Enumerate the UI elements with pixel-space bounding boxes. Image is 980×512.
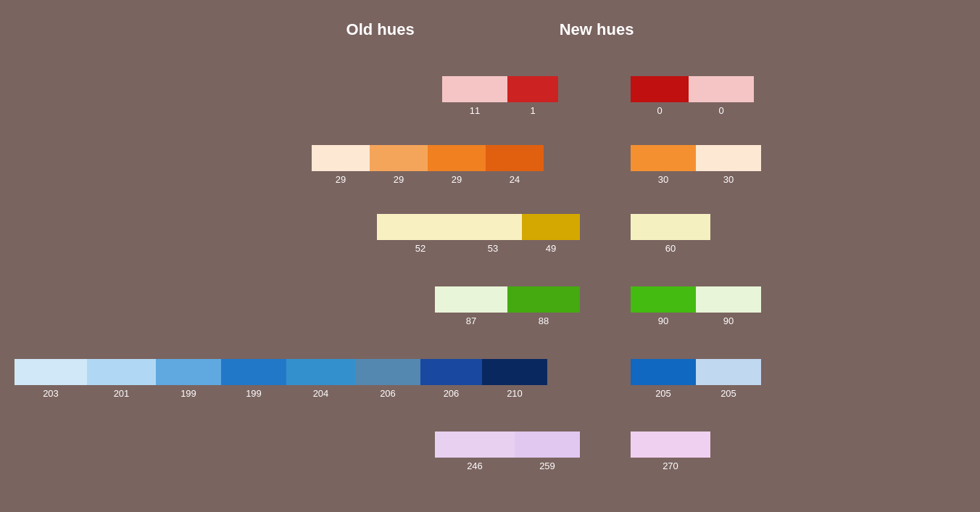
bar-label: 30 [658, 174, 668, 185]
bar-item: 1 [507, 76, 558, 116]
bar-item: 90 [631, 286, 696, 326]
color-bar [420, 359, 482, 385]
color-bar [435, 286, 507, 313]
color-bar [522, 214, 580, 240]
bar-label: 206 [380, 388, 396, 399]
bar-item: 30 [696, 145, 761, 185]
bar-label: 205 [655, 388, 671, 399]
bar-item: 201 [87, 359, 156, 399]
color-bar [507, 286, 580, 313]
color-bar [696, 286, 761, 313]
color-bar [442, 76, 507, 102]
row-blue-old: 203201199199204206206210 [14, 359, 547, 399]
bar-label: 53 [488, 243, 498, 254]
row-purple-new: 270 [631, 432, 710, 471]
color-bar [631, 214, 710, 240]
main-container: Old hues New hues 1110029292924303052534… [0, 0, 980, 512]
color-bar [355, 359, 420, 385]
bar-item: 210 [482, 359, 547, 399]
bar-label: 205 [721, 388, 736, 399]
color-bar [464, 214, 522, 240]
row-yellow-old: 525349 [377, 214, 580, 254]
color-bar [696, 359, 761, 385]
bar-label: 259 [539, 461, 555, 471]
bar-label: 246 [467, 461, 483, 471]
bar-item: 246 [435, 432, 515, 471]
bar-item: 29 [312, 145, 370, 185]
bar-item: 90 [696, 286, 761, 326]
color-bar [631, 76, 689, 102]
bar-item: 270 [631, 432, 710, 471]
row-yellow-new: 60 [631, 214, 710, 254]
bar-item: 0 [631, 76, 689, 116]
row-purple-old: 246259 [435, 432, 580, 471]
bar-item: 11 [442, 76, 507, 116]
row-orange-old: 29292924 [312, 145, 544, 185]
bar-label: 52 [415, 243, 425, 254]
bar-item: 53 [464, 214, 522, 254]
color-bar [631, 432, 710, 458]
bar-label: 203 [43, 388, 59, 399]
color-bar [14, 359, 87, 385]
bar-item: 60 [631, 214, 710, 254]
bar-label: 199 [246, 388, 262, 399]
row-green-new: 9090 [631, 286, 761, 326]
bar-item: 24 [486, 145, 544, 185]
color-bar [370, 145, 428, 171]
bar-label: 49 [546, 243, 556, 254]
bar-label: 201 [114, 388, 130, 399]
color-bar [286, 359, 355, 385]
bar-item: 259 [515, 432, 580, 471]
color-bar [435, 432, 515, 458]
color-bar [156, 359, 221, 385]
bar-item: 87 [435, 286, 507, 326]
bar-item: 204 [286, 359, 355, 399]
bar-item: 205 [631, 359, 696, 399]
bar-item: 205 [696, 359, 761, 399]
bar-item: 29 [428, 145, 486, 185]
bar-item: 206 [420, 359, 482, 399]
color-bar [631, 359, 696, 385]
bar-item: 199 [156, 359, 221, 399]
bar-label: 24 [510, 174, 520, 185]
bar-label: 210 [507, 388, 523, 399]
bar-item: 0 [689, 76, 754, 116]
color-bar [631, 145, 696, 171]
bar-label: 0 [657, 105, 662, 116]
bar-label: 206 [444, 388, 460, 399]
bar-item: 30 [631, 145, 696, 185]
bar-item: 49 [522, 214, 580, 254]
bar-label: 11 [470, 105, 480, 116]
color-bar [87, 359, 156, 385]
bar-label: 30 [723, 174, 734, 185]
row-green-old: 8788 [435, 286, 580, 326]
color-bar [221, 359, 286, 385]
bar-label: 29 [394, 174, 404, 185]
bar-label: 270 [663, 461, 678, 471]
bar-item: 88 [507, 286, 580, 326]
color-bar [515, 432, 580, 458]
bar-item: 203 [14, 359, 87, 399]
bar-label: 29 [336, 174, 346, 185]
bar-item: 29 [370, 145, 428, 185]
row-red-old: 111 [442, 76, 558, 116]
bar-label: 88 [539, 315, 549, 326]
color-bar [377, 214, 464, 240]
old-hues-header: Old hues [346, 20, 415, 39]
bar-label: 87 [466, 315, 476, 326]
color-bar [507, 76, 558, 102]
color-bar [312, 145, 370, 171]
bar-label: 0 [718, 105, 723, 116]
bar-label: 199 [180, 388, 196, 399]
bar-label: 204 [313, 388, 329, 399]
color-bar [631, 286, 696, 313]
bar-label: 90 [658, 315, 668, 326]
color-bar [696, 145, 761, 171]
color-bar [486, 145, 544, 171]
bar-label: 1 [530, 105, 535, 116]
color-bar [428, 145, 486, 171]
new-hues-header: New hues [560, 20, 634, 39]
color-bar [689, 76, 754, 102]
bar-item: 52 [377, 214, 464, 254]
bar-label: 90 [723, 315, 734, 326]
